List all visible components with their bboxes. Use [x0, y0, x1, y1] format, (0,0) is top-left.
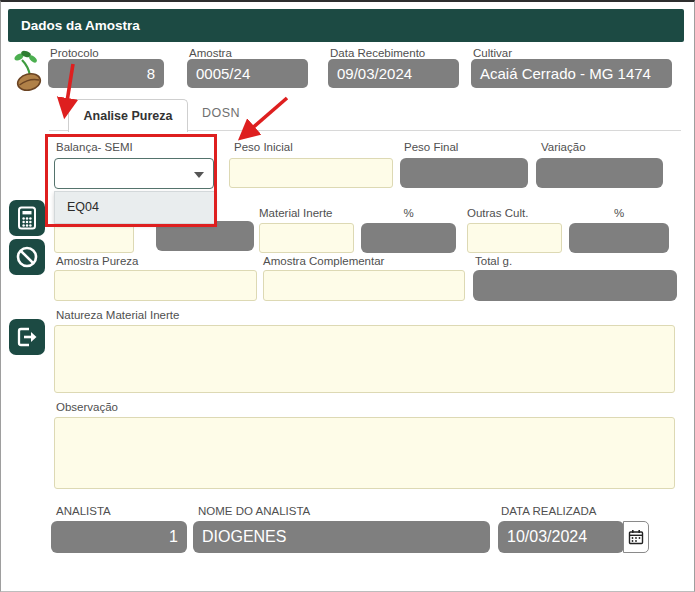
amostra-complementar-input[interactable]	[263, 270, 465, 301]
nome-analista-label: NOME DO ANALISTA	[198, 505, 310, 517]
variacao-field	[536, 158, 663, 188]
sprouting-seed-icon	[11, 49, 49, 93]
material-inerte-input[interactable]	[259, 223, 354, 253]
peso-final-label: Peso Final	[404, 141, 458, 153]
outras-cult-pct-field	[569, 223, 669, 253]
total-g-field	[473, 270, 677, 301]
sample-data-window: Dados da Amostra Protocolo 8 Amostra 000…	[0, 0, 695, 592]
amostra-label: Amostra	[189, 47, 232, 59]
balanca-dropdown-panel: EQ04	[54, 191, 215, 224]
balanca-select[interactable]	[54, 158, 214, 189]
material-inerte-label: Material Inerte	[259, 207, 333, 219]
protocolo-field: 8	[48, 59, 164, 88]
natureza-material-inerte-textarea[interactable]	[54, 325, 675, 393]
peso-inicial-label: Peso Inicial	[234, 141, 293, 153]
data-realizada-field: 10/03/2024	[498, 521, 624, 553]
date-picker-button[interactable]	[623, 521, 649, 553]
total-g-label: Total g.	[475, 255, 512, 267]
amostra-field: 0005/24	[187, 59, 308, 88]
balanca-option-eq04[interactable]: EQ04	[55, 192, 214, 223]
balanca-label: Balança- SEMI	[56, 141, 133, 153]
peso-inicial-input[interactable]	[229, 158, 393, 188]
observacao-label: Observação	[56, 401, 118, 413]
cultivar-field: Acaiá Cerrado - MG 1474	[471, 59, 672, 88]
natureza-material-inerte-label: Natureza Material Inerte	[56, 309, 179, 321]
amostra-pureza-label: Amostra Pureza	[56, 255, 138, 267]
page-title: Dados da Amostra	[8, 9, 684, 42]
calculator-icon	[16, 206, 38, 230]
calendar-icon	[628, 529, 644, 545]
amostra-complementar-label: Amostra Complementar	[263, 255, 384, 267]
material-inerte-pct-label: %	[361, 207, 456, 219]
analista-label: ANALISTA	[56, 505, 111, 517]
data-recebimento-label: Data Recebimento	[330, 47, 425, 59]
cancel-button[interactable]	[9, 239, 45, 275]
outras-cult-label: Outras Cult.	[467, 207, 528, 219]
analista-field: 1	[51, 521, 187, 553]
outras-cult-input[interactable]	[467, 223, 562, 253]
data-recebimento-field: 09/03/2024	[328, 59, 459, 88]
exit-arrow-icon	[15, 325, 39, 349]
tab-dosn[interactable]: DOSN	[189, 106, 253, 128]
tab-analise-pureza[interactable]: Analise Pureza	[68, 99, 188, 132]
semente-pura-pct-field	[156, 221, 254, 251]
variacao-label: Variação	[541, 141, 586, 153]
semente-pura-input[interactable]	[54, 223, 134, 253]
cultivar-label: Cultivar	[473, 47, 512, 59]
exit-button[interactable]	[9, 319, 45, 355]
material-inerte-pct-field	[361, 223, 456, 253]
nome-analista-field: DIOGENES	[193, 521, 490, 553]
protocolo-label: Protocolo	[50, 47, 99, 59]
amostra-pureza-input[interactable]	[54, 270, 257, 301]
prohibition-icon	[15, 245, 39, 269]
peso-final-field	[400, 158, 528, 188]
calculator-button[interactable]	[9, 200, 45, 236]
observacao-textarea[interactable]	[54, 417, 675, 489]
chevron-down-icon	[194, 172, 204, 178]
data-realizada-label: DATA REALIZADA	[501, 505, 596, 517]
outras-cult-pct-label: %	[569, 207, 669, 219]
